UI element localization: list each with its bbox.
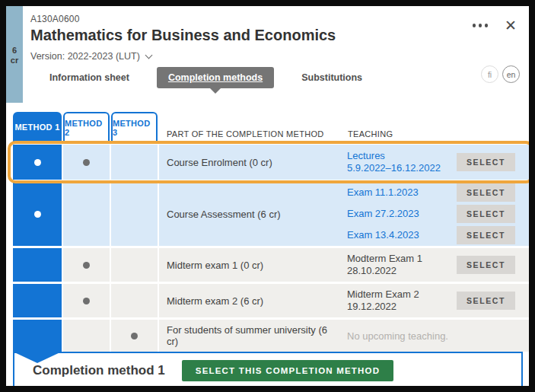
part-name: For students of summer university (6 cr) — [159, 320, 339, 352]
tab-information-sheet[interactable]: Information sheet — [48, 67, 131, 88]
method-3-cell — [111, 145, 158, 180]
credits-value: 6 — [12, 46, 17, 56]
table-header: METHOD 1 METHOD 2 METHOD 3 PART OF THE C… — [13, 109, 529, 142]
select-button[interactable]: SELECT — [457, 183, 515, 202]
teaching-link[interactable]: Exam 27.2.2023 — [347, 208, 419, 220]
teaching-link[interactable]: Exam 11.1.2023 — [347, 186, 419, 199]
table-row-course-enrolment: Course Enrolment (0 cr) Lectures 5.9.202… — [13, 145, 529, 180]
select-completion-method-button[interactable]: SELECT THIS COMPLETION METHOD — [182, 360, 393, 381]
completion-method-heading: Completion method 1 — [33, 363, 165, 378]
no-teaching-note: No upcoming teaching. — [347, 330, 521, 342]
teaching-cell: Exam 11.1.2023 SELECT Exam 27.2.2023 SEL… — [339, 182, 529, 246]
close-icon[interactable]: ✕ — [505, 18, 517, 33]
select-button[interactable]: SELECT — [457, 292, 515, 310]
method-2-cell — [63, 284, 110, 317]
teaching-info: Modterm Exam 1 28.10.2022 — [347, 253, 422, 278]
completion-method-panel: Completion method 1 SELECT THIS COMPLETI… — [13, 352, 523, 386]
method-3-tab[interactable]: METHOD 3 — [111, 112, 158, 142]
language-switcher: fi en — [481, 65, 520, 83]
version-label: Version: 2022-2023 (LUT) — [30, 51, 140, 62]
teaching-cell: Modterm Exam 1 28.10.2022 SELECT — [339, 248, 529, 282]
course-code: A130A0600 — [30, 14, 336, 24]
table-row-midterm-exam-1: Midterm exam 1 (0 cr) Modterm Exam 1 28.… — [13, 248, 529, 282]
included-dot — [131, 333, 138, 339]
select-button[interactable]: SELECT — [457, 226, 515, 244]
teaching-info: Midterm Exam 2 19.12.2022 — [347, 288, 419, 314]
tab-completion-methods[interactable]: Completion methods — [157, 67, 274, 88]
credits-badge: 6 cr — [6, 6, 23, 103]
course-title: Mathematics for Business and Economics — [30, 27, 336, 44]
version-dropdown[interactable]: Version: 2022-2023 (LUT) — [30, 51, 336, 62]
select-button[interactable]: SELECT — [457, 153, 515, 171]
teaching-link[interactable]: Exam 13.4.2023 — [347, 229, 419, 241]
completion-methods-table: METHOD 1 METHOD 2 METHOD 3 PART OF THE C… — [13, 109, 529, 354]
included-dot — [83, 262, 90, 269]
part-name: Midterm exam 1 (0 cr) — [159, 248, 339, 282]
column-header-part: PART OF THE COMPLETION METHOD — [167, 129, 324, 139]
language-button-en[interactable]: en — [502, 65, 520, 83]
dialog-header: A130A0600 Mathematics for Business and E… — [30, 14, 336, 62]
table-row-summer-university: For students of summer university (6 cr)… — [13, 320, 529, 352]
method-2-cell — [63, 248, 110, 282]
credits-unit: cr — [11, 56, 18, 65]
included-dot — [34, 159, 41, 166]
column-header-teaching: TEACHING — [348, 129, 393, 139]
select-button[interactable]: SELECT — [457, 205, 515, 223]
window-controls: ✕ — [473, 18, 517, 33]
table-row-course-assessment: Course Assessment (6 cr) Exam 11.1.2023 … — [13, 182, 529, 246]
method-2-cell — [63, 145, 110, 180]
part-name: Course Enrolment (0 cr) — [159, 145, 339, 180]
tab-substitutions[interactable]: Substitutions — [300, 67, 364, 88]
language-button-fi[interactable]: fi — [481, 65, 498, 83]
screenshot-frame: 6 cr A130A0600 Mathematics for Business … — [0, 0, 535, 392]
method-pointer-arrow-icon — [13, 352, 62, 363]
method-1-tab[interactable]: METHOD 1 — [13, 112, 62, 142]
included-dot — [83, 298, 90, 304]
part-name: Midterm exam 2 (6 cr) — [159, 284, 339, 317]
method-1-cell — [13, 320, 62, 352]
chevron-down-icon — [145, 52, 152, 59]
included-dot — [83, 159, 90, 166]
course-dialog: 6 cr A130A0600 Mathematics for Business … — [6, 6, 529, 386]
method-3-cell — [111, 320, 158, 352]
method-1-cell — [13, 248, 62, 282]
teaching-cell: No upcoming teaching. — [339, 320, 529, 352]
select-button[interactable]: SELECT — [457, 256, 515, 274]
method-1-cell — [13, 182, 62, 246]
teaching-link[interactable]: Lectures 5.9.2022–16.12.2022 — [347, 150, 441, 175]
teaching-cell: Midterm Exam 2 19.12.2022 SELECT — [339, 284, 529, 317]
method-3-cell — [111, 248, 158, 282]
method-1-cell — [13, 284, 62, 317]
table-row-midterm-exam-2: Midterm exam 2 (6 cr) Midterm Exam 2 19.… — [13, 284, 529, 317]
part-name: Course Assessment (6 cr) — [159, 182, 339, 246]
method-3-cell — [111, 182, 158, 246]
method-2-cell — [63, 320, 110, 352]
method-2-cell — [63, 182, 110, 246]
ellipsis-menu-icon[interactable] — [473, 24, 489, 27]
method-3-cell — [111, 284, 158, 317]
method-1-cell — [13, 145, 62, 180]
tab-bar: Information sheet Completion methods Sub… — [48, 67, 364, 88]
method-2-tab[interactable]: METHOD 2 — [63, 112, 110, 142]
teaching-cell: Lectures 5.9.2022–16.12.2022 SELECT — [339, 145, 529, 180]
included-dot — [34, 211, 41, 218]
